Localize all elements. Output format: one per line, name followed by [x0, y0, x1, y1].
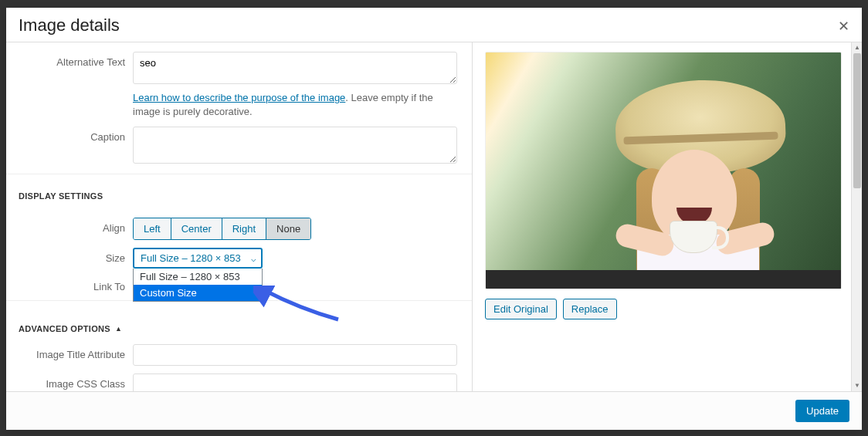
caret-up-icon: ▲: [115, 325, 122, 333]
size-option-custom[interactable]: Custom Size: [134, 285, 262, 301]
caption-row: Caption: [19, 127, 459, 166]
display-settings-heading: DISPLAY SETTINGS: [19, 191, 459, 207]
update-button[interactable]: Update: [795, 400, 849, 422]
preview-column: Edit Original Replace ▲ ▼: [473, 42, 862, 391]
align-none-button[interactable]: None: [266, 218, 310, 239]
divider: [6, 174, 472, 174]
edit-original-button[interactable]: Edit Original: [485, 299, 557, 319]
css-class-input[interactable]: [133, 373, 457, 391]
size-option-full[interactable]: Full Size – 1280 × 853: [134, 269, 262, 285]
css-class-label: Image CSS Class: [19, 373, 133, 391]
align-button-group: Left Center Right None: [133, 218, 311, 240]
alt-help-text: Learn how to describe the purpose of the…: [133, 91, 457, 119]
align-center-button[interactable]: Center: [171, 218, 222, 239]
size-selected-value: Full Size – 1280 × 853: [141, 252, 241, 264]
size-select[interactable]: Full Size – 1280 × 853 ⌵: [133, 248, 263, 269]
align-label: Align: [19, 218, 133, 240]
image-preview: [485, 52, 842, 289]
scroll-up-icon[interactable]: ▲: [853, 43, 861, 52]
modal-header: Image details ✕: [6, 8, 862, 42]
size-dropdown: Full Size – 1280 × 853 Custom Size: [133, 269, 263, 302]
scrollbar[interactable]: ▲ ▼: [851, 42, 862, 391]
alt-text-row: Alternative Text seo Learn how to descri…: [19, 52, 459, 119]
align-right-button[interactable]: Right: [222, 218, 266, 239]
modal-title: Image details: [19, 15, 849, 35]
close-button[interactable]: ✕: [834, 17, 853, 35]
caption-input[interactable]: [133, 127, 457, 164]
alt-text-label: Alternative Text: [19, 52, 133, 119]
replace-button[interactable]: Replace: [563, 299, 617, 319]
css-class-row: Image CSS Class: [19, 373, 459, 391]
alt-text-input[interactable]: seo: [133, 52, 457, 84]
image-details-modal: Image details ✕ Alternative Text seo Lea…: [6, 8, 862, 430]
align-row: Align Left Center Right None: [19, 218, 459, 240]
align-left-button[interactable]: Left: [134, 218, 171, 239]
title-attr-input[interactable]: [133, 344, 457, 366]
size-row: Size Full Size – 1280 × 853 ⌵ Full Size …: [19, 248, 459, 269]
preview-actions: Edit Original Replace: [485, 299, 856, 319]
scroll-down-icon[interactable]: ▼: [853, 381, 861, 390]
linkto-label: Link To: [19, 276, 133, 292]
advanced-heading-label: ADVANCED OPTIONS: [19, 324, 110, 333]
alt-help-link[interactable]: Learn how to describe the purpose of the…: [133, 92, 345, 103]
modal-footer: Update: [6, 391, 862, 430]
title-attr-label: Image Title Attribute: [19, 344, 133, 366]
advanced-options-toggle[interactable]: ADVANCED OPTIONS ▲: [19, 324, 459, 333]
scroll-thumb[interactable]: [853, 53, 861, 188]
caption-label: Caption: [19, 127, 133, 166]
title-attr-row: Image Title Attribute: [19, 344, 459, 366]
size-label: Size: [19, 248, 133, 269]
settings-column: Alternative Text seo Learn how to descri…: [6, 42, 473, 391]
modal-body: Alternative Text seo Learn how to descri…: [6, 42, 862, 391]
chevron-down-icon: ⌵: [251, 253, 256, 263]
